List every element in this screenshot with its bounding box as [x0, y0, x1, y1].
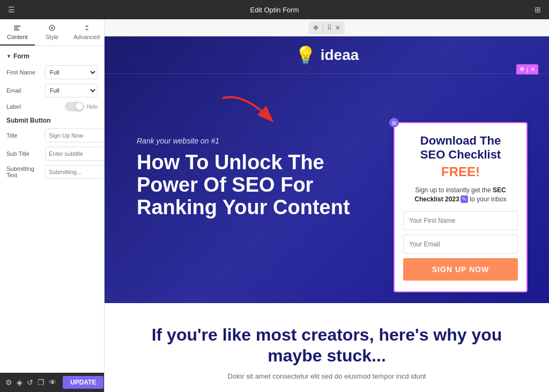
tab-advanced[interactable]: Advanced — [69, 19, 104, 46]
below-hero: If you're like most creators, here's why… — [105, 303, 549, 392]
optin-free: FREE! — [403, 164, 518, 179]
layers-icon[interactable]: ◈ — [17, 376, 23, 389]
main-layout: Content Style Advanced — [0, 19, 549, 392]
logo-bar: 💡 ideaa — [105, 36, 549, 74]
email-select[interactable]: Full Hidden — [45, 84, 98, 97]
submitting-row: Submitting Text — [6, 165, 98, 179]
subtitle-label: Sub Title — [6, 150, 45, 157]
optin-desc-part1: Sign up to instantly get the — [415, 186, 493, 194]
below-title: If you're like most creators, here's why… — [137, 325, 517, 366]
toggle-thumb — [76, 103, 83, 110]
close-icon[interactable]: ✕ — [335, 24, 340, 32]
style-icon — [48, 24, 56, 32]
content-area: ✥ | ⠿ ✕ 💡 ideaa — [105, 19, 549, 392]
panel-content: Form First Name Full Hidden Email Full H… — [0, 46, 104, 373]
email-label: Email — [6, 87, 45, 94]
edit-pencil-icon[interactable]: ✎ — [461, 195, 468, 203]
history-icon[interactable]: ↺ — [27, 376, 33, 389]
first-name-select[interactable]: Full Hidden — [45, 65, 98, 79]
logo-icon: 💡 — [295, 45, 316, 65]
optin-heading-line1: Download The — [420, 134, 501, 147]
close-optin-icon[interactable]: ✕ — [530, 66, 535, 73]
bottom-bar: ⚙ ◈ ↺ ❐ 👁 UPDATE ▲ — [0, 373, 104, 392]
tab-advanced-label: Advanced — [73, 34, 100, 40]
optin-panel-wrapper: ✥ | ✕ ⊞ Download The SEO Checklist — [394, 79, 538, 303]
svg-rect-2 — [14, 29, 19, 31]
below-desc: Dolor sit amet consectetur elit sed do e… — [137, 372, 517, 380]
svg-point-4 — [51, 27, 53, 29]
copy-icon[interactable]: ❐ — [38, 376, 44, 389]
label-toggle[interactable] — [65, 102, 84, 111]
title-label: Title — [6, 132, 45, 139]
advanced-icon — [83, 24, 91, 32]
tab-content-label: Content — [7, 34, 28, 40]
submitting-label: Submitting Text — [6, 165, 45, 178]
page-title: Edit Optin Form — [250, 6, 299, 14]
move-optin-icon[interactable]: ✥ — [520, 66, 524, 73]
svg-rect-0 — [14, 26, 20, 27]
update-button[interactable]: UPDATE — [63, 376, 103, 389]
settings-icon[interactable]: ⚙ — [5, 376, 12, 389]
optin-description: Sign up to instantly get the SEC Checkli… — [403, 186, 518, 204]
submit-section-header: Submit Button — [6, 117, 98, 124]
tab-content[interactable]: Content — [0, 19, 35, 46]
optin-desc-part2: to your inbox — [468, 195, 507, 203]
optin-panel-controls: ✥ | ✕ — [516, 64, 538, 74]
optin-panel: ⊞ Download The SEO Checklist FREE! Sign … — [394, 122, 528, 292]
first-name-label: First Name — [6, 69, 45, 76]
optin-heading: Download The SEO Checklist — [403, 134, 518, 162]
logo: 💡 ideaa — [295, 45, 359, 65]
grid-icon[interactable]: ⊞ — [533, 5, 543, 14]
grid-dots-icon[interactable]: ⠿ — [327, 24, 332, 32]
label-label: Label — [6, 103, 65, 110]
submitting-input[interactable] — [45, 165, 104, 179]
sign-up-button[interactable]: SIGN UP NOW — [403, 258, 518, 281]
content-icon — [13, 24, 21, 32]
handle-icon: ⊞ — [392, 120, 396, 126]
form-section-header: Form — [6, 52, 98, 60]
email-row: Email Full Hidden — [6, 84, 98, 97]
panel-edit-handle[interactable]: ⊞ — [389, 118, 399, 127]
title-input[interactable] — [45, 129, 104, 142]
subtitle-input[interactable] — [45, 147, 104, 161]
email-input[interactable] — [403, 235, 518, 254]
hide-label: Hide — [86, 104, 98, 110]
tab-style[interactable]: Style — [35, 19, 70, 46]
preview-area: ✥ | ⠿ ✕ 💡 ideaa — [105, 19, 549, 392]
svg-rect-1 — [14, 28, 18, 29]
panel-tabs: Content Style Advanced — [0, 19, 104, 46]
eye-icon[interactable]: 👁 — [49, 376, 56, 389]
tab-style-label: Style — [46, 34, 58, 40]
hero-section: 💡 ideaa — [105, 36, 549, 303]
first-name-input[interactable] — [403, 211, 518, 230]
first-name-row: First Name Full Hidden — [6, 65, 98, 79]
optin-heading-line2: SEO Checklist — [420, 148, 501, 161]
top-bar: ☰ Edit Optin Form ⊞ — [0, 0, 549, 19]
preview-header: ✥ | ⠿ ✕ — [105, 19, 549, 36]
title-row: Title — [6, 129, 98, 142]
preview-controls: ✥ | ⠿ ✕ — [309, 21, 345, 34]
label-row: Label Hide — [6, 102, 98, 111]
left-panel: Content Style Advanced — [0, 19, 105, 392]
hamburger-icon[interactable]: ☰ — [6, 5, 16, 14]
logo-text: ideaa — [321, 47, 359, 64]
subtitle-row: Sub Title — [6, 147, 98, 161]
move-icon[interactable]: ✥ — [313, 24, 318, 32]
red-arrow — [212, 87, 287, 138]
